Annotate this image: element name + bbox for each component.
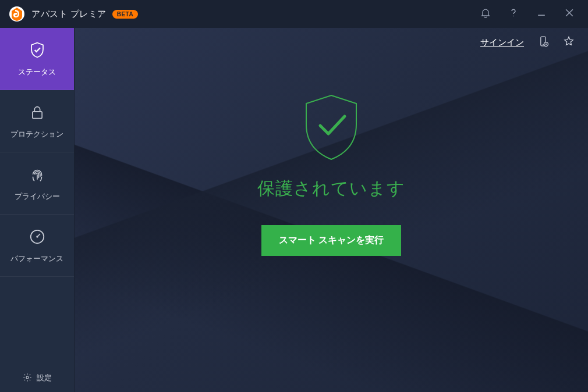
sidebar-item-status[interactable]: ステータス: [0, 28, 74, 90]
shield-check-icon: [27, 40, 47, 60]
gear-icon: [23, 373, 32, 384]
sidebar-item-label: ステータス: [18, 67, 56, 77]
question-icon: [508, 7, 519, 21]
sidebar-item-label: プロテクション: [10, 129, 63, 140]
sidebar-item-performance[interactable]: パフォーマンス: [0, 215, 74, 277]
app-logo-icon: [8, 5, 26, 23]
phone-icon: [537, 35, 549, 49]
svg-point-8: [26, 376, 29, 379]
sidebar: ステータス プロテクション: [0, 28, 75, 392]
svg-rect-5: [32, 112, 41, 119]
sidebar-item-label: プライバシー: [15, 191, 60, 202]
top-right-bar: サインイン: [480, 36, 575, 49]
close-button[interactable]: [555, 0, 583, 28]
settings-button[interactable]: 設定: [0, 364, 74, 392]
svg-point-10: [543, 44, 544, 45]
status-shield-icon: [299, 92, 363, 164]
gauge-icon: [27, 227, 47, 247]
fingerprint-icon: [27, 165, 47, 184]
minimize-icon: [536, 7, 547, 21]
notifications-button[interactable]: [472, 0, 500, 28]
sidebar-item-privacy[interactable]: プライバシー: [0, 152, 74, 215]
smart-scan-button[interactable]: スマート スキャンを実行: [261, 225, 401, 256]
app-window: アバスト プレミア BETA: [0, 0, 588, 392]
mobile-link-button[interactable]: [537, 36, 550, 49]
bell-icon: [480, 7, 491, 21]
sign-in-link[interactable]: サインイン: [480, 37, 524, 48]
titlebar: アバスト プレミア BETA: [0, 0, 588, 28]
sidebar-item-protection[interactable]: プロテクション: [0, 90, 74, 152]
close-icon: [564, 7, 575, 21]
main-panel: サインイン: [75, 28, 588, 392]
app-title: アバスト プレミア: [31, 9, 107, 20]
favorite-button[interactable]: [562, 36, 575, 49]
status-center: 保護されています スマート スキャンを実行: [75, 92, 588, 256]
svg-point-1: [513, 16, 514, 16]
lock-icon: [27, 102, 47, 122]
settings-label: 設定: [37, 373, 52, 383]
star-icon: [563, 35, 575, 49]
help-button[interactable]: [500, 0, 527, 28]
sidebar-item-label: パフォーマンス: [10, 254, 63, 264]
status-text: 保護されています: [257, 177, 405, 201]
beta-badge: BETA: [112, 10, 138, 19]
svg-point-7: [36, 236, 38, 238]
minimize-button[interactable]: [527, 0, 555, 28]
